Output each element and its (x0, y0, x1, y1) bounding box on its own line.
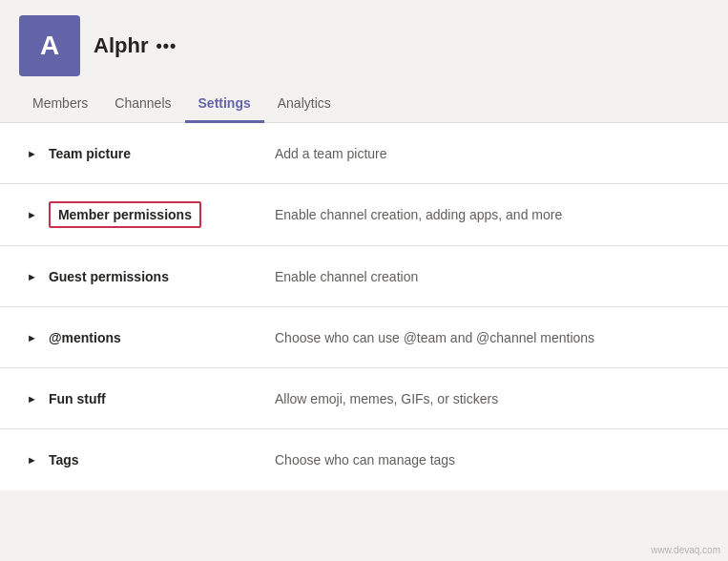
settings-row-tags[interactable]: ► Tags Choose who can manage tags (0, 429, 728, 490)
team-picture-title: Team picture (49, 146, 131, 161)
member-permissions-title: Member permissions (49, 201, 201, 228)
row-left-guest-permissions: ► Guest permissions (27, 269, 275, 284)
header: A Alphr ••• (0, 0, 728, 76)
team-name-label: Alphr (94, 33, 148, 58)
settings-row-team-picture[interactable]: ► Team picture Add a team picture (0, 123, 728, 184)
fun-stuff-desc: Allow emoji, memes, GIFs, or stickers (275, 391, 701, 406)
watermark: www.devaq.com (651, 545, 720, 555)
more-options-icon[interactable]: ••• (156, 36, 177, 56)
mentions-desc: Choose who can use @team and @channel me… (275, 330, 701, 345)
row-left-mentions: ► @mentions (27, 330, 275, 345)
mentions-title: @mentions (49, 330, 121, 345)
guest-permissions-desc: Enable channel creation (275, 269, 701, 284)
row-left-tags: ► Tags (27, 452, 275, 468)
guest-permissions-title: Guest permissions (49, 269, 169, 284)
settings-row-fun-stuff[interactable]: ► Fun stuff Allow emoji, memes, GIFs, or… (0, 368, 728, 429)
avatar: A (19, 15, 80, 76)
settings-row-mentions[interactable]: ► @mentions Choose who can use @team and… (0, 307, 728, 368)
team-info: Alphr ••• (94, 33, 177, 58)
fun-stuff-title: Fun stuff (49, 391, 106, 406)
chevron-right-icon: ► (27, 271, 37, 282)
tags-title: Tags (49, 452, 79, 468)
chevron-right-icon: ► (27, 454, 37, 466)
chevron-right-icon: ► (27, 332, 37, 343)
settings-row-member-permissions[interactable]: ► Member permissions Enable channel crea… (0, 184, 728, 246)
chevron-right-icon: ► (27, 393, 37, 405)
tags-desc: Choose who can manage tags (275, 452, 701, 468)
tab-settings[interactable]: Settings (185, 86, 264, 123)
row-left-team-picture: ► Team picture (27, 146, 275, 161)
chevron-right-icon: ► (27, 148, 37, 159)
tab-members[interactable]: Members (19, 86, 101, 123)
tab-channels[interactable]: Channels (101, 86, 184, 123)
settings-content: ► Team picture Add a team picture ► Memb… (0, 123, 728, 490)
row-left-fun-stuff: ► Fun stuff (27, 391, 275, 406)
settings-row-guest-permissions[interactable]: ► Guest permissions Enable channel creat… (0, 246, 728, 307)
chevron-right-icon: ► (27, 209, 37, 220)
nav-tabs: Members Channels Settings Analytics (0, 86, 728, 123)
tab-analytics[interactable]: Analytics (264, 86, 344, 123)
member-permissions-desc: Enable channel creation, adding apps, an… (275, 207, 701, 222)
row-left-member-permissions: ► Member permissions (27, 201, 275, 228)
team-picture-desc: Add a team picture (275, 146, 701, 161)
